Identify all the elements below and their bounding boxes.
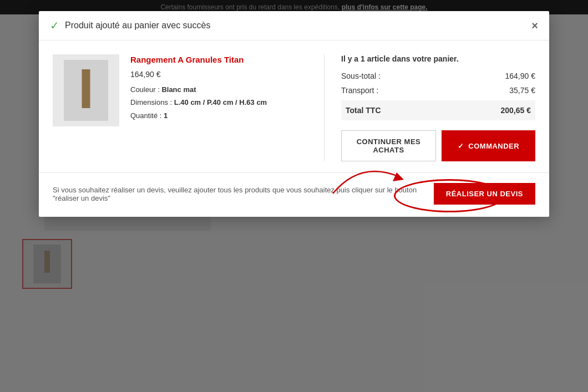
modal-close-button[interactable]: × bbox=[531, 19, 538, 32]
product-quantite-value: 1 bbox=[164, 111, 168, 120]
product-image bbox=[53, 54, 119, 126]
success-check-icon: ✓ bbox=[50, 19, 59, 32]
product-price: 164,90 € bbox=[130, 70, 307, 79]
cart-title: Il y a 1 article dans votre panier. bbox=[341, 54, 535, 63]
product-dimensions-value: L.40 cm / P.40 cm / H.63 cm bbox=[174, 98, 267, 106]
commander-label: COMMANDER bbox=[468, 142, 519, 150]
commander-button[interactable]: ✓ COMMANDER bbox=[442, 130, 535, 161]
transport-label: Transport : bbox=[341, 86, 378, 95]
sous-total-row: Sous-total : 164,90 € bbox=[341, 72, 535, 80]
modal-body: Rangement A Granules Titan 164,90 € Coul… bbox=[39, 40, 549, 172]
modal-header: ✓ Produit ajouté au panier avec succès × bbox=[39, 11, 549, 40]
modal: ✓ Produit ajouté au panier avec succès ×… bbox=[39, 11, 549, 217]
total-label: Total TTC bbox=[346, 106, 381, 115]
devis-section: Si vous souhaitez réaliser un devis, veu… bbox=[39, 172, 549, 217]
product-couleur: Couleur : Blanc mat bbox=[130, 84, 307, 95]
product-details: Rangement A Granules Titan 164,90 € Coul… bbox=[130, 54, 307, 161]
modal-title: Produit ajouté au panier avec succès bbox=[65, 21, 210, 30]
svg-marker-0 bbox=[393, 172, 404, 181]
product-section: Rangement A Granules Titan 164,90 € Coul… bbox=[53, 54, 325, 161]
arrow-annotation bbox=[327, 149, 416, 205]
product-quantite: Quantité : 1 bbox=[130, 110, 307, 121]
sous-total-value: 164,90 € bbox=[505, 72, 536, 80]
transport-value: 35,75 € bbox=[509, 86, 535, 95]
product-couleur-value: Blanc mat bbox=[161, 85, 196, 94]
total-value: 200,65 € bbox=[501, 106, 531, 115]
devis-button[interactable]: RÉALISER UN DEVIS bbox=[434, 183, 535, 205]
total-row: Total TTC 200,65 € bbox=[341, 100, 535, 120]
transport-row: Transport : 35,75 € bbox=[341, 86, 535, 95]
product-name: Rangement A Granules Titan bbox=[130, 54, 307, 65]
cart-summary: Il y a 1 article dans votre panier. Sous… bbox=[341, 54, 535, 161]
sous-total-label: Sous-total : bbox=[341, 72, 381, 80]
product-dimensions: Dimensions : L.40 cm / P.40 cm / H.63 cm bbox=[130, 97, 307, 108]
commander-check-icon: ✓ bbox=[458, 142, 464, 150]
product-img-inner bbox=[64, 60, 108, 121]
modal-header-left: ✓ Produit ajouté au panier avec succès bbox=[50, 19, 210, 32]
